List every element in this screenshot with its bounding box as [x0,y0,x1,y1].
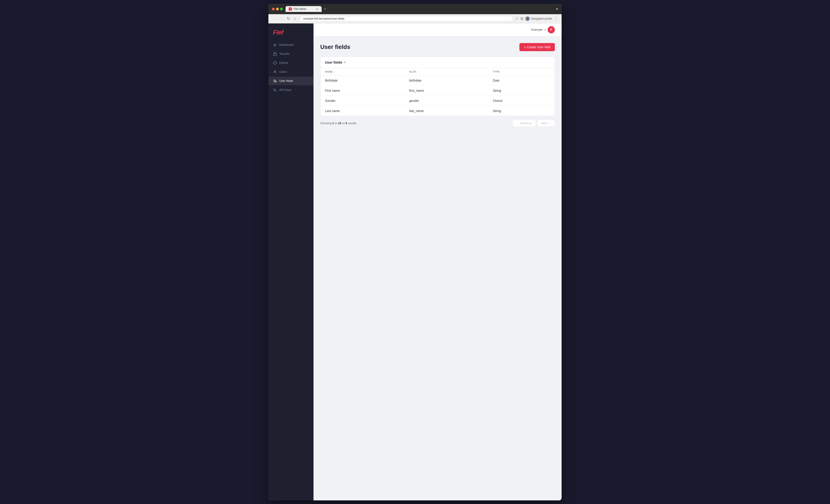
page-header: User fields + Create User field [320,43,555,51]
active-tab[interactable]: F Fief Admin ✕ [286,6,322,12]
sidebar-item-api-keys[interactable]: API Keys [268,86,314,94]
top-header: Example ▾ F [314,24,562,36]
user-dropdown-chevron: ▾ [544,28,546,31]
user-fields-table: NAME ↑ SLUG TYPE Birthdate birthdate Dat… [320,68,554,116]
tab-title: Fief Admin [294,7,307,10]
pagination-buttons: ← Previous Next → [513,120,555,127]
table-body: Birthdate birthdate Date First name firs… [320,75,554,116]
private-mode-badge: 👤 Navigation privée [525,16,552,21]
showing-of: 4 [345,122,347,125]
new-tab-button[interactable]: + [322,6,328,11]
browser-options-icon[interactable]: ⋮ [554,16,558,21]
pagination-bar: Showing 1 to 10 of 4 results ← Previous … [320,116,555,127]
sidebar-logo: Fief [268,27,314,41]
split-view-icon[interactable]: ⧉ [520,17,523,21]
sidebar-label-dashboard: Dashboard [279,43,294,46]
user-name: Example [531,28,543,31]
showing-to: 10 [338,122,341,125]
tab-bar: F Fief Admin ✕ + [286,6,553,12]
svg-rect-0 [274,54,277,56]
page-content: User fields + Create User field User fie… [314,36,562,133]
address-input[interactable] [300,16,513,22]
tenants-icon [273,52,277,56]
sidebar-item-clients[interactable]: Clients [268,59,314,67]
traffic-light-maximize[interactable] [280,8,283,10]
sidebar-label-clients: Clients [279,61,288,64]
app-container: Fief ⊞ Dashboard Tenants [268,24,562,500]
forward-button[interactable]: → [279,17,284,21]
api-keys-icon [273,88,277,92]
svg-marker-1 [274,61,277,64]
clients-icon [273,61,277,65]
cell-name: Birthdate [320,75,405,86]
sidebar-label-user-fields: User fields [279,79,293,82]
sidebar-item-dashboard[interactable]: ⊞ Dashboard [268,41,314,49]
cell-slug: first_name [405,86,488,96]
showing-from: 1 [332,122,334,125]
cell-slug: birthdate [405,75,488,86]
users-icon [273,70,277,74]
cell-name: First name [320,86,405,96]
page-title: User fields [320,43,350,51]
sidebar: Fief ⊞ Dashboard Tenants [268,24,314,500]
tab-favicon: F [289,7,292,10]
traffic-light-minimize[interactable] [276,8,279,10]
next-button[interactable]: Next → [538,120,555,127]
user-fields-icon [273,79,277,83]
dashboard-icon: ⊞ [273,43,277,47]
home-button[interactable]: ⌂ [292,17,298,21]
svg-rect-3 [276,81,277,82]
table-row[interactable]: First name first_name String [320,86,554,96]
private-icon: 👤 [525,16,530,21]
cell-slug: last_name [405,106,488,116]
sidebar-label-tenants: Tenants [279,52,290,56]
cell-name: Last name [320,106,405,116]
bookmark-icon[interactable]: ☆ [515,16,518,21]
back-button[interactable]: ← [272,17,278,21]
table-count: 4 [344,60,346,64]
address-actions: ☆ ⧉ 👤 Navigation privée ⋮ [515,16,558,21]
table-row[interactable]: Gender gender Choice [320,96,554,106]
browser-titlebar: F Fief Admin ✕ + ▾ [268,4,562,14]
col-header-slug: SLUG [405,68,488,75]
sidebar-item-tenants[interactable]: Tenants [268,49,314,58]
cell-type: Choice [488,96,554,106]
reload-button[interactable]: ↻ [286,16,291,21]
browser-window: F Fief Admin ✕ + ▾ ← → ↻ ⌂ ☆ ⧉ 👤 Navigat… [268,4,562,500]
table-card-header: User fields 4 [320,57,554,68]
sidebar-item-user-fields[interactable]: User fields [268,77,314,85]
col-header-name[interactable]: NAME ↑ [320,68,405,75]
browser-menu-button[interactable]: ▾ [556,6,558,11]
table-section-title: User fields [325,60,342,64]
table-header-row: NAME ↑ SLUG TYPE [320,68,554,75]
tab-close-button[interactable]: ✕ [316,7,318,10]
table-row[interactable]: Birthdate birthdate Date [320,75,554,86]
traffic-lights [272,8,283,10]
col-header-type: TYPE [488,68,554,75]
traffic-light-close[interactable] [272,8,275,10]
cell-type: String [488,86,554,96]
address-bar: ← → ↻ ⌂ ☆ ⧉ 👤 Navigation privée ⋮ [268,14,562,24]
sidebar-label-api-keys: API Keys [279,88,291,92]
previous-button[interactable]: ← Previous [513,120,536,127]
cell-type: String [488,106,554,116]
table-row[interactable]: Last name last_name String [320,106,554,116]
private-label: Navigation privée [531,17,552,20]
user-menu[interactable]: Example ▾ F [531,26,555,33]
sidebar-label-users: Users [279,70,287,73]
table-card: User fields 4 NAME ↑ SLUG TYPE [320,57,555,116]
user-avatar: F [548,26,555,33]
main-content: Example ▾ F User fields + Create User fi… [314,24,562,500]
cell-name: Gender [320,96,405,106]
create-user-field-button[interactable]: + Create User field [519,43,555,51]
cell-type: Date [488,75,554,86]
cell-slug: gender [405,96,488,106]
sidebar-nav: ⊞ Dashboard Tenants [268,41,314,94]
showing-text: Showing 1 to 10 of 4 results [320,122,356,125]
svg-point-2 [274,71,276,72]
nav-buttons: ← → ↻ ⌂ [272,16,298,21]
sidebar-item-users[interactable]: Users [268,68,314,76]
